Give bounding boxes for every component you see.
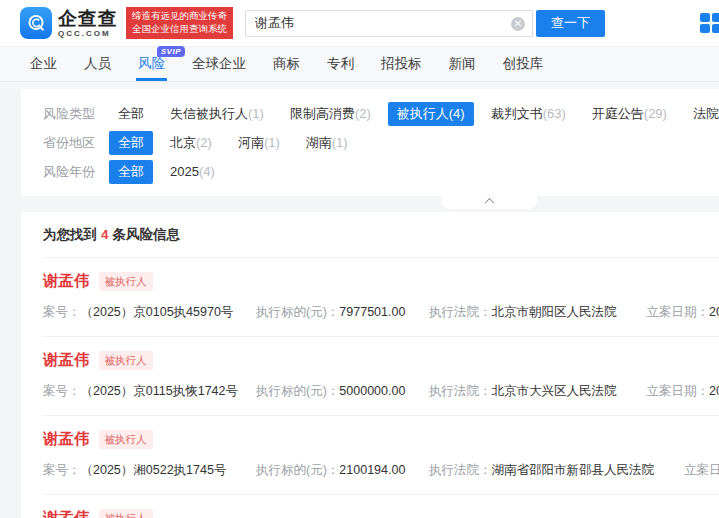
apps-grid-icon[interactable]: [700, 13, 719, 35]
results-panel: 为您找到4条风险信息 谢孟伟 被执行人 案号：（2025）京0105执45970…: [21, 212, 719, 518]
case-no-label: 案号：: [43, 305, 81, 319]
amount-value: 7977501.00: [339, 305, 405, 319]
filter-row-year: 风险年份 全部 2025(4): [43, 157, 719, 186]
filter-label: 省份地区: [43, 134, 109, 152]
filter-option-hunan[interactable]: 湖南(1): [297, 131, 357, 155]
person-name-link[interactable]: 谢孟伟: [43, 429, 90, 450]
result-row: 谢孟伟 被执行人 案号：（2025）湘0522执1745号 执行标的(元)：21…: [43, 415, 719, 494]
qcc-logo[interactable]: 企查查 QCC.COM: [20, 7, 118, 39]
case-no-label: 案号：: [43, 463, 81, 477]
search-button[interactable]: 查一下: [536, 10, 605, 37]
filter-option-all[interactable]: 全部: [109, 160, 153, 184]
filter-row-province: 省份地区 全部 北京(2) 河南(1) 湖南(1): [43, 128, 719, 157]
filter-option-2025[interactable]: 2025(4): [161, 161, 224, 182]
filing-date-label: 立案日期：: [647, 384, 710, 398]
person-name-link[interactable]: 谢孟伟: [43, 271, 90, 292]
nav-tab-person[interactable]: 人员: [84, 47, 111, 81]
amount-value: 2100194.00: [339, 463, 405, 477]
filing-date-value: 2025-11-25: [709, 305, 719, 319]
person-name-link[interactable]: 谢孟伟: [43, 350, 90, 371]
filter-row-risk-type: 风险类型 全部 失信被执行人(1) 限制高消费(2) 被执行人(4) 裁判文书(…: [43, 99, 719, 128]
nav-tab-risk[interactable]: 风险 SVIP: [138, 47, 165, 81]
nav-tab-bidding[interactable]: 招投标: [381, 47, 422, 81]
nav-tab-company[interactable]: 企业: [30, 47, 57, 81]
filter-option-judgment[interactable]: 裁判文书(63): [482, 102, 575, 126]
filter-panel: 风险类型 全部 失信被执行人(1) 限制高消费(2) 被执行人(4) 裁判文书(…: [21, 89, 719, 196]
filter-option-all[interactable]: 全部: [109, 131, 153, 155]
risk-type-tag: 被执行人: [99, 430, 153, 449]
court-label: 执行法院：: [429, 305, 492, 319]
search-bar: ✕ 查一下: [245, 10, 605, 37]
filter-option-beijing[interactable]: 北京(2): [161, 131, 221, 155]
brand-domain: QCC.COM: [58, 30, 118, 38]
slogan-badge: 缔造有远见的商业传奇 全国企业信用查询系统: [126, 7, 233, 39]
main-nav: 企业 人员 风险 SVIP 全球企业 商标 专利 招投标 新闻 创投库: [0, 46, 719, 82]
search-input[interactable]: [246, 11, 532, 36]
page-body: 风险类型 全部 失信被执行人(1) 限制高消费(2) 被执行人(4) 裁判文书(…: [0, 89, 719, 518]
slogan-line1: 缔造有远见的商业传奇: [132, 10, 227, 23]
nav-tab-patent[interactable]: 专利: [327, 47, 354, 81]
chevron-up-icon: [484, 198, 494, 208]
filing-date-label: 立案日期：: [684, 463, 719, 477]
court-value: 湖南省邵阳市新邵县人民法院: [492, 463, 655, 477]
search-input-wrap: ✕: [245, 10, 533, 37]
app-header: 企查查 QCC.COM 缔造有远见的商业传奇 全国企业信用查询系统 ✕ 查一下: [0, 0, 719, 46]
result-row: 谢孟伟 被执行人 案号：（2025）京0105执45970号 执行标的(元)：7…: [43, 257, 719, 336]
nav-tab-trademark[interactable]: 商标: [273, 47, 300, 81]
brand-name: 企查查: [58, 9, 118, 28]
result-row: 谢孟伟 被执行人 案号：（2025）豫0902执4955号 执行标的(元)：52…: [43, 494, 719, 518]
filter-option-consumption-limit[interactable]: 限制高消费(2): [281, 102, 380, 126]
risk-type-tag: 被执行人: [99, 351, 153, 370]
filing-date-value: 2025-09-02: [709, 384, 719, 398]
nav-tab-news[interactable]: 新闻: [449, 47, 476, 81]
qcc-logo-text: 企查查 QCC.COM: [58, 9, 118, 38]
amount-label: 执行标的(元)：: [256, 305, 339, 319]
risk-type-tag: 被执行人: [99, 272, 153, 291]
amount-label: 执行标的(元)：: [256, 384, 339, 398]
filter-label: 风险类型: [43, 105, 109, 123]
filter-option-executed-person[interactable]: 被执行人(4): [388, 102, 474, 126]
filter-option-court-session[interactable]: 开庭公告(29): [583, 102, 676, 126]
nav-tab-global-company[interactable]: 全球企业: [192, 47, 246, 81]
case-no-value: （2025）京0115执恢1742号: [81, 384, 239, 398]
collapse-filters-button[interactable]: [441, 196, 537, 209]
svip-badge: SVIP: [157, 46, 185, 57]
case-no-value: （2025）京0105执45970号: [81, 305, 234, 319]
filter-option-court-notice[interactable]: 法院公告(6): [684, 102, 719, 126]
case-no-label: 案号：: [43, 384, 81, 398]
filter-option-dishonest[interactable]: 失信被执行人(1): [161, 102, 273, 126]
nav-tab-vc[interactable]: 创投库: [503, 47, 544, 81]
court-value: 北京市朝阳区人民法院: [492, 305, 617, 319]
clear-search-icon[interactable]: ✕: [511, 17, 525, 31]
results-count: 4: [101, 227, 109, 242]
filter-option-all[interactable]: 全部: [109, 102, 153, 126]
results-summary: 为您找到4条风险信息: [43, 226, 719, 257]
person-name-link[interactable]: 谢孟伟: [43, 508, 90, 518]
risk-type-tag: 被执行人: [99, 509, 153, 518]
filter-option-henan[interactable]: 河南(1): [229, 131, 289, 155]
amount-label: 执行标的(元)：: [256, 463, 339, 477]
filing-date-label: 立案日期：: [647, 305, 710, 319]
slogan-line2: 全国企业信用查询系统: [132, 23, 227, 36]
court-label: 执行法院：: [429, 384, 492, 398]
qcc-logo-icon: [20, 7, 52, 39]
case-no-value: （2025）湘0522执1745号: [81, 463, 227, 477]
court-label: 执行法院：: [429, 463, 492, 477]
court-value: 北京市大兴区人民法院: [492, 384, 617, 398]
filter-label: 风险年份: [43, 163, 109, 181]
amount-value: 5000000.00: [339, 384, 405, 398]
result-row: 谢孟伟 被执行人 案号：（2025）京0115执恢1742号 执行标的(元)：5…: [43, 336, 719, 415]
